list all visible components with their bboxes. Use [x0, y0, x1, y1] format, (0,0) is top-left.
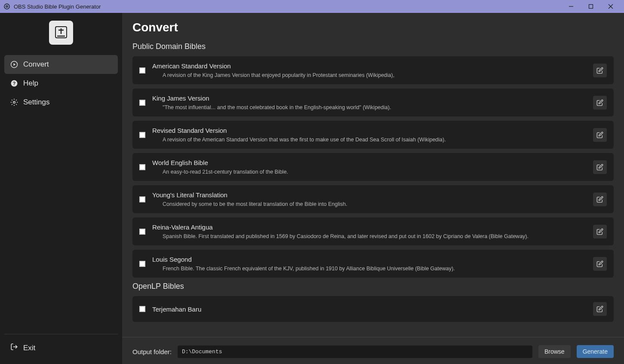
bible-title: Louis Segond [152, 256, 586, 263]
sidebar-item-help[interactable]: ?Help [4, 74, 118, 93]
bible-checkbox[interactable] [139, 196, 145, 202]
bible-text: American Standard VersionA revision of t… [152, 62, 586, 78]
edit-icon[interactable] [593, 193, 607, 206]
bible-item: Louis SegondFrench Bible. The classic Fr… [132, 250, 614, 278]
page-title: Convert [132, 21, 614, 34]
bible-title: King James Version [152, 95, 586, 102]
bible-item: American Standard VersionA revision of t… [132, 56, 614, 84]
bible-description: Considered by some to be the most litera… [152, 201, 586, 207]
bible-title: World English Bible [152, 159, 586, 166]
main: Convert Public Domain BiblesAmerican Sta… [122, 13, 624, 364]
nav-list: Convert?HelpSettings [0, 55, 122, 334]
bible-title: Terjemahan Baru [152, 306, 586, 313]
convert-icon [10, 61, 18, 68]
output-folder-input[interactable] [178, 346, 532, 358]
bible-description: French Bible. The classic French equival… [152, 266, 586, 272]
bible-title: Revised Standard Version [152, 127, 586, 134]
titlebar: OBS Studio Bible Plugin Generator [0, 0, 624, 13]
bible-checkbox[interactable] [139, 67, 145, 73]
sidebar-footer: Exit [4, 334, 118, 360]
app-icon [3, 3, 10, 10]
output-folder-label: Output folder: [132, 348, 172, 355]
edit-icon[interactable] [593, 160, 607, 174]
close-button[interactable] [601, 0, 621, 13]
bible-text: World English BibleAn easy-to-read 21st-… [152, 159, 586, 175]
help-icon: ? [10, 80, 18, 87]
browse-button[interactable]: Browse [538, 345, 571, 358]
bible-description: A revision of the American Standard Vers… [152, 137, 586, 143]
window-title: OBS Studio Bible Plugin Generator [14, 3, 561, 10]
bible-description: An easy-to-read 21st-century translation… [152, 169, 586, 175]
bible-checkbox[interactable] [139, 306, 145, 312]
bible-checkbox[interactable] [139, 100, 145, 106]
exit-button[interactable]: Exit [9, 339, 114, 357]
bible-description: "The most influential... and the most ce… [152, 104, 586, 110]
exit-label: Exit [23, 344, 35, 352]
bible-item: King James Version"The most influential.… [132, 89, 614, 116]
svg-point-1 [6, 6, 8, 7]
svg-point-0 [4, 4, 9, 9]
sidebar: Convert?HelpSettings Exit [0, 13, 122, 364]
generate-button[interactable]: Generate [577, 345, 614, 358]
bible-text: Reina-Valera AntiguaSpanish Bible. First… [152, 223, 586, 239]
bible-item: Young's Literal TranslationConsidered by… [132, 185, 614, 213]
svg-text:?: ? [13, 81, 15, 86]
edit-icon[interactable] [593, 96, 607, 110]
svg-rect-3 [589, 5, 593, 9]
bible-text: King James Version"The most influential.… [152, 95, 586, 110]
sidebar-item-label: Settings [23, 98, 49, 107]
section-header: OpenLP Bibles [132, 282, 614, 291]
svg-point-14 [13, 101, 15, 104]
bible-text: Revised Standard VersionA revision of th… [152, 127, 586, 143]
edit-icon[interactable] [593, 257, 607, 271]
edit-icon[interactable] [593, 225, 607, 239]
bible-title: American Standard Version [152, 62, 586, 70]
sidebar-item-label: Convert [23, 60, 49, 69]
logo-area [0, 17, 122, 55]
bible-text: Terjemahan Baru [152, 306, 586, 313]
bible-item: Reina-Valera AntiguaSpanish Bible. First… [132, 217, 614, 245]
section-header: Public Domain Bibles [132, 42, 614, 51]
bible-checkbox[interactable] [139, 261, 145, 267]
minimize-button[interactable] [561, 0, 581, 13]
settings-icon [10, 98, 18, 106]
sidebar-item-label: Help [23, 79, 38, 88]
bible-description: Spanish Bible. First translated and publ… [152, 233, 586, 239]
bible-checkbox[interactable] [139, 164, 145, 170]
bible-checkbox[interactable] [139, 132, 145, 138]
main-content: Convert Public Domain BiblesAmerican Sta… [122, 13, 624, 337]
exit-icon [10, 343, 18, 353]
edit-icon[interactable] [593, 302, 607, 316]
bible-checkbox[interactable] [139, 229, 145, 235]
bible-title: Reina-Valera Antigua [152, 223, 586, 231]
sidebar-item-settings[interactable]: Settings [4, 93, 118, 112]
maximize-button[interactable] [581, 0, 601, 13]
bible-logo-icon [49, 21, 73, 45]
edit-icon[interactable] [593, 64, 607, 77]
output-bar: Output folder: Browse Generate [122, 337, 624, 364]
bible-item: World English BibleAn easy-to-read 21st-… [132, 153, 614, 181]
bible-text: Louis SegondFrench Bible. The classic Fr… [152, 256, 586, 272]
bible-title: Young's Literal Translation [152, 191, 586, 199]
sidebar-item-convert[interactable]: Convert [4, 55, 118, 74]
bible-text: Young's Literal TranslationConsidered by… [152, 191, 586, 207]
edit-icon[interactable] [593, 128, 607, 142]
svg-marker-11 [14, 63, 16, 66]
bible-description: A revision of the King James Version tha… [152, 72, 586, 78]
window-controls [561, 0, 621, 13]
bible-item: Terjemahan Baru [132, 296, 614, 322]
bible-item: Revised Standard VersionA revision of th… [132, 121, 614, 149]
